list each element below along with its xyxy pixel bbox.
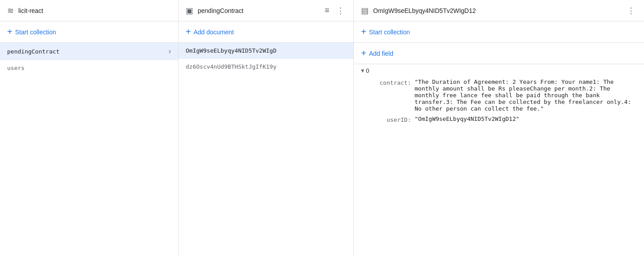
item-label-users: users	[7, 65, 171, 71]
add-document-label: Add document	[194, 29, 234, 36]
panel-documents: + Add document OmIgW9seELbyqy4NID5Tv2WIg…	[179, 21, 354, 256]
document-text-icon: ▤	[361, 6, 369, 16]
col3-actions: ⋮	[625, 4, 637, 17]
panel-header-col1: ≋ licit-react	[0, 0, 179, 21]
field-key-userid: userID:	[375, 116, 411, 123]
app-container: ≋ licit-react ▣ pendingContract ≡ ⋮ ▤ Om…	[0, 0, 644, 256]
more-vert-icon-col3[interactable]: ⋮	[625, 4, 637, 17]
field-row-contract: contract: "The Duration of Agreement: 2 …	[354, 77, 644, 114]
add-document-button[interactable]: + Add document	[179, 21, 353, 43]
expand-label: 0	[366, 67, 369, 74]
col1-title: licit-react	[18, 7, 43, 14]
item-label-doc1: OmIgW9seELbyqy4NID5Tv2WIgD	[186, 47, 346, 54]
more-vert-icon-col2[interactable]: ⋮	[335, 4, 346, 17]
plus-icon-col1: +	[7, 27, 12, 37]
col2-title: pendingContract	[198, 7, 244, 14]
chevron-right-icon-pendingContract: ›	[169, 47, 171, 55]
field-value-userid: "OmIgW9seELbyqy4NID5Tv2WIgD12"	[415, 116, 637, 122]
start-collection-label-col3: Start collection	[369, 29, 410, 36]
col2-actions: ≡ ⋮	[323, 4, 346, 17]
list-item-users[interactable]: users	[0, 60, 178, 76]
list-item-doc1[interactable]: OmIgW9seELbyqy4NID5Tv2WIgD	[179, 43, 353, 59]
filter-icon[interactable]: ≡	[323, 4, 331, 17]
start-collection-button-col3[interactable]: + Start collection	[354, 21, 644, 43]
plus-icon-add-field: +	[361, 48, 366, 58]
field-row-userid: userID: "OmIgW9seELbyqy4NID5Tv2WIgD12"	[354, 114, 644, 125]
panel-header-col2: ▣ pendingContract ≡ ⋮	[179, 0, 354, 21]
start-collection-label-col1: Start collection	[15, 29, 56, 36]
col3-title: OmIgW9seELbyqy4NID5Tv2WIgD12	[373, 7, 476, 14]
main-content: + Start collection pendingContract › use…	[0, 21, 644, 256]
plus-icon-col2: +	[186, 27, 191, 37]
wifi-icon: ≋	[7, 6, 14, 16]
chevron-down-icon: ▾	[361, 67, 364, 74]
item-label-doc2: dz6Oscv4nUd9BTHSktJgIfK19y	[186, 63, 346, 70]
start-collection-button-col1[interactable]: + Start collection	[0, 21, 178, 43]
list-item-doc2[interactable]: dz6Oscv4nUd9BTHSktJgIfK19y	[179, 59, 353, 75]
panel-doc-fields: + Start collection + Add field ▾ 0 contr…	[354, 21, 644, 256]
document-icon: ▣	[186, 6, 193, 16]
field-value-contract: "The Duration of Agreement: 2 Years From…	[415, 78, 637, 112]
top-bar: ≋ licit-react ▣ pendingContract ≡ ⋮ ▤ Om…	[0, 0, 644, 21]
plus-icon-col3: +	[361, 27, 366, 37]
list-item-pendingContract[interactable]: pendingContract ›	[0, 43, 178, 60]
panel-header-col3: ▤ OmIgW9seELbyqy4NID5Tv2WIgD12 ⋮	[354, 0, 644, 21]
item-label-pendingContract: pendingContract	[7, 48, 169, 55]
add-field-button[interactable]: + Add field	[354, 43, 644, 64]
panel-collections: + Start collection pendingContract › use…	[0, 21, 179, 256]
add-field-label: Add field	[369, 50, 393, 57]
expand-row[interactable]: ▾ 0	[354, 64, 644, 77]
field-key-contract: contract:	[375, 78, 411, 86]
